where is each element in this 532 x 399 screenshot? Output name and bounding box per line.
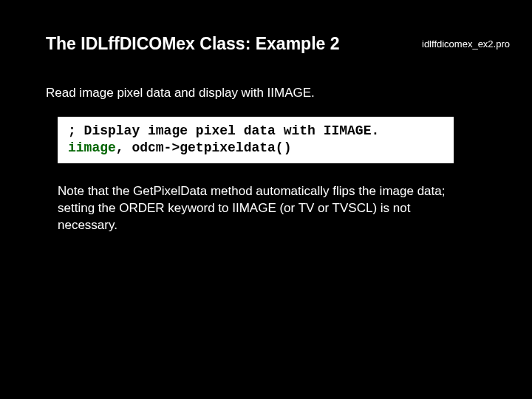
code-rest: , odcm->getpixeldata(): [116, 140, 292, 155]
slide-title: The IDLffDICOMex Class: Example 2: [46, 34, 340, 54]
code-comment: ; Display image pixel data with IIMAGE.: [68, 123, 379, 138]
intro-text: Read image pixel data and display with I…: [46, 86, 315, 100]
slide-header: The IDLffDICOMex Class: Example 2 idlffd…: [46, 34, 510, 54]
note-text: Note that the GetPixelData method automa…: [58, 183, 457, 234]
code-block: ; Display image pixel data with IIMAGE. …: [58, 117, 454, 163]
filename-label: idlffdicomex_ex2.pro: [422, 38, 510, 50]
code-keyword: iimage: [68, 140, 116, 155]
